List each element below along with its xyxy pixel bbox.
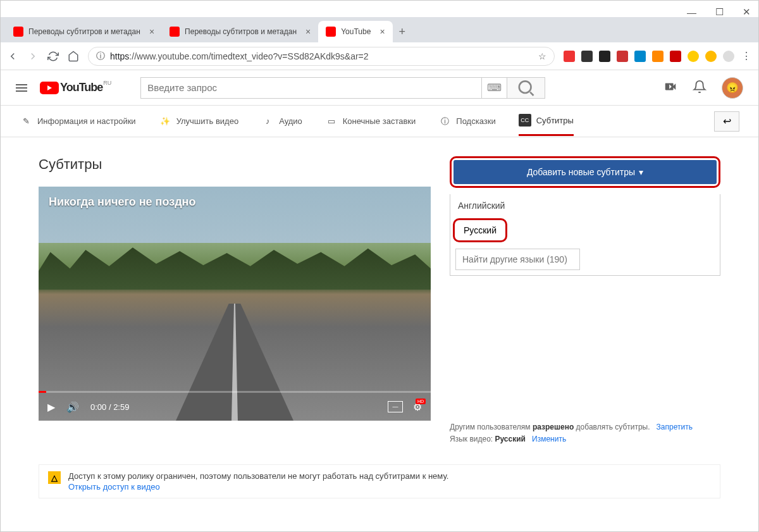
- user-avatar[interactable]: 😠: [722, 77, 743, 99]
- captions-button[interactable]: ―: [388, 401, 403, 412]
- wand-icon: ✨: [159, 115, 171, 128]
- page-title: Субтитры: [39, 156, 431, 173]
- profile-icon[interactable]: [723, 51, 734, 62]
- browser-tab-3-active[interactable]: YouTube ×: [318, 21, 392, 42]
- search-input[interactable]: [140, 77, 482, 99]
- tab-cards[interactable]: ⓘ Подсказки: [438, 108, 495, 135]
- tab-endscreens[interactable]: ▭ Конечные заставки: [325, 108, 416, 135]
- undo-button[interactable]: ↩: [714, 111, 739, 132]
- star-icon[interactable]: ☆: [538, 51, 546, 61]
- settings-button[interactable]: ⚙HD: [413, 401, 422, 413]
- language-option-russian-highlighted[interactable]: Русский: [453, 218, 507, 242]
- warning-icon: △: [48, 471, 61, 484]
- extension-icon[interactable]: [617, 51, 628, 62]
- menu-icon[interactable]: ⋮: [741, 51, 752, 62]
- tab-title: Переводы субтитров и метадан: [28, 27, 140, 36]
- video-thumbnail: [39, 187, 431, 421]
- tab-title: YouTube: [341, 27, 371, 36]
- info-text-bold: разрешено: [533, 423, 574, 431]
- language-search-input[interactable]: [455, 249, 580, 270]
- hd-badge: HD: [416, 399, 426, 404]
- warning-text: Доступ к этому ролику ограничен, поэтому…: [68, 471, 448, 481]
- language-dropdown: Английский Русский: [450, 194, 720, 276]
- studio-tabs: ✎ Информация и настройки ✨ Улучшить виде…: [1, 106, 758, 137]
- player-controls: ▶ 🔊 0:00 / 2:59 ― ⚙HD: [39, 393, 431, 421]
- forward-button[interactable]: [27, 51, 39, 62]
- forbid-link[interactable]: Запретить: [657, 423, 693, 431]
- info-text: добавлять субтитры.: [574, 423, 650, 431]
- play-button[interactable]: ▶: [47, 401, 55, 413]
- browser-tab-2[interactable]: Переводы субтитров и метадан ×: [162, 21, 318, 42]
- extension-icon[interactable]: [564, 51, 575, 62]
- extension-icon[interactable]: [705, 51, 717, 62]
- tab-label: Субтитры: [536, 116, 574, 125]
- tab-label: Улучшить видео: [176, 116, 239, 126]
- youtube-header: YouTube RU ⌨ 😠: [1, 70, 758, 106]
- search-box: ⌨: [140, 77, 545, 99]
- new-tab-button[interactable]: +: [393, 21, 412, 42]
- hamburger-menu-icon[interactable]: [16, 84, 27, 92]
- url-omnibox[interactable]: ⓘ https://www.youtube.com/timedtext_vide…: [88, 47, 555, 66]
- extension-icon[interactable]: [688, 51, 699, 62]
- upload-icon[interactable]: [663, 80, 677, 96]
- pencil-icon: ✎: [20, 115, 32, 128]
- back-button[interactable]: [7, 51, 18, 62]
- tab-title: Переводы субтитров и метадан: [185, 27, 297, 36]
- search-button[interactable]: [507, 77, 545, 99]
- main-content: Субтитры Никогда ничего не поздно ▶ 🔊 0:…: [1, 137, 758, 464]
- highlight-add-button: Добавить новые субтитры ▾: [450, 156, 720, 188]
- home-button[interactable]: [68, 51, 79, 62]
- url-text: ://www.youtube.com/timedtext_video?v=SSd…: [129, 51, 368, 61]
- cc-icon: CC: [519, 114, 531, 127]
- youtube-favicon: [326, 27, 336, 37]
- change-link[interactable]: Изменить: [532, 435, 566, 443]
- tab-close-icon[interactable]: ×: [379, 27, 385, 37]
- youtube-favicon: [170, 27, 180, 37]
- extension-icon[interactable]: [599, 51, 610, 62]
- button-label: Добавить новые субтитры: [527, 167, 635, 177]
- language-option-english[interactable]: Английский: [450, 194, 720, 217]
- browser-tab-1[interactable]: Переводы субтитров и метадан ×: [6, 21, 162, 42]
- info-circle-icon: ⓘ: [438, 115, 451, 128]
- notifications-icon[interactable]: [693, 80, 707, 96]
- tab-enhance[interactable]: ✨ Улучшить видео: [159, 108, 239, 135]
- youtube-play-icon: [40, 82, 59, 94]
- address-bar: ⓘ https://www.youtube.com/timedtext_vide…: [1, 42, 758, 70]
- video-player[interactable]: Никогда ничего не поздно ▶ 🔊 0:00 / 2:59…: [39, 187, 431, 421]
- tab-audio[interactable]: ♪ Аудио: [261, 108, 302, 135]
- extension-icon[interactable]: [634, 51, 646, 62]
- info-icon: ⓘ: [96, 51, 105, 62]
- youtube-favicon: [13, 27, 23, 37]
- tab-close-icon[interactable]: ×: [305, 27, 311, 37]
- extension-icons: ⋮: [564, 51, 752, 62]
- reload-button[interactable]: [47, 51, 59, 62]
- tab-close-icon[interactable]: ×: [149, 27, 154, 37]
- extension-icon[interactable]: [652, 51, 663, 62]
- time-display: 0:00 / 2:59: [90, 402, 129, 412]
- info-text: Другим пользователям: [450, 423, 533, 431]
- extension-icon[interactable]: [670, 51, 681, 62]
- svg-point-0: [519, 81, 531, 93]
- url-scheme: https: [110, 51, 129, 61]
- open-access-link[interactable]: Открыть доступ к видео: [68, 482, 448, 492]
- window-titlebar: — ☐ ✕: [1, 1, 758, 17]
- browser-tabbar: Переводы субтитров и метадан × Переводы …: [1, 17, 758, 42]
- tab-label: Конечные заставки: [343, 116, 416, 126]
- warning-banner: △ Доступ к этому ролику ограничен, поэто…: [39, 464, 720, 498]
- youtube-logo[interactable]: YouTube RU: [40, 81, 102, 94]
- permissions-info: Другим пользователям разрешено добавлять…: [450, 421, 720, 445]
- youtube-region: RU: [103, 80, 111, 86]
- youtube-logo-text: YouTube: [60, 81, 102, 94]
- close-button[interactable]: ✕: [743, 6, 751, 18]
- tab-subtitles[interactable]: CC Субтитры: [519, 106, 574, 136]
- volume-button[interactable]: 🔊: [66, 401, 79, 413]
- maximize-button[interactable]: ☐: [715, 6, 724, 18]
- tab-label: Аудио: [279, 116, 302, 126]
- add-subtitles-button[interactable]: Добавить новые субтитры ▾: [454, 160, 717, 184]
- video-title-overlay: Никогда ничего не поздно: [39, 187, 431, 218]
- minimize-button[interactable]: —: [687, 7, 696, 18]
- keyboard-icon[interactable]: ⌨: [482, 77, 507, 99]
- extension-icon[interactable]: [581, 51, 593, 62]
- chevron-down-icon: ▾: [639, 167, 643, 177]
- tab-info-settings[interactable]: ✎ Информация и настройки: [20, 108, 136, 135]
